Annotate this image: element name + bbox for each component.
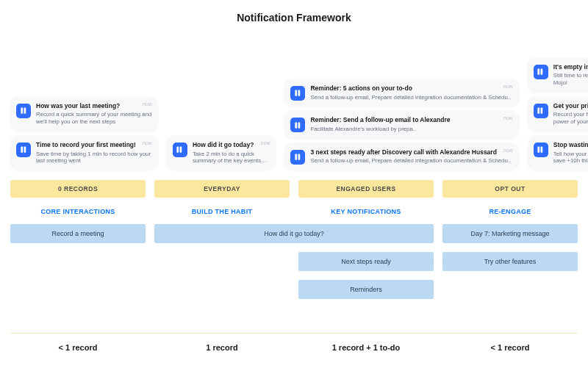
action-record-meeting: Record a meeting: [10, 224, 146, 243]
notification-card: Time to record your first meeting!Save t…: [10, 136, 158, 170]
svg-rect-3: [24, 147, 26, 153]
notification-body: Tell how your meeting went to Mojo and s…: [553, 151, 588, 165]
action-boxes-area: Record a meeting How did it go today? Da…: [0, 224, 588, 305]
notification-time: now: [503, 115, 513, 120]
notification-time: now: [503, 84, 513, 89]
notification-title: Stop wasting time taking notes: [553, 141, 588, 149]
svg-rect-0: [21, 108, 23, 114]
footer-label: < 1 record: [442, 343, 578, 352]
notification-body: Send a follow-up email, Prepare detailed…: [310, 94, 512, 101]
footer-labels-row: < 1 record 1 record 1 record + 1 to-do <…: [0, 343, 588, 352]
app-icon: [534, 65, 548, 79]
svg-rect-6: [295, 90, 297, 96]
svg-rect-8: [295, 122, 297, 128]
svg-rect-5: [180, 147, 182, 153]
svg-rect-7: [298, 90, 300, 96]
svg-rect-10: [295, 154, 297, 160]
category-link: CORE INTERACTIONS: [10, 205, 146, 218]
notification-time: now: [503, 148, 513, 153]
action-next-steps: Next steps ready: [298, 252, 434, 271]
notification-cards-area: How was your last meeting?Record a quick…: [0, 31, 588, 170]
footer-label: < 1 record: [10, 343, 146, 352]
app-icon: [534, 143, 548, 157]
notification-body: Record your first meeting and unleash th…: [553, 111, 588, 125]
svg-rect-17: [541, 147, 543, 153]
notification-card: How did it go today?Take 2 min to do a q…: [167, 136, 276, 170]
category-links-row: CORE INTERACTIONS BUILD THE HABIT KEY NO…: [0, 205, 588, 218]
footer-label: 1 record + 1 to-do: [298, 343, 434, 352]
page-title: Notification Framework: [0, 0, 588, 31]
notification-title: Reminder: 5 actions on your to-do: [310, 84, 512, 93]
stage-labels-row: 0 RECORDS EVERYDAY ENGAGED USERS OPT OUT: [0, 180, 588, 198]
app-icon: [290, 150, 305, 165]
notification-body: Take 2 min to do a quick summary of the …: [193, 151, 270, 165]
svg-rect-2: [21, 147, 23, 153]
stage-chip: ENGAGED USERS: [298, 180, 434, 198]
notification-time: now: [143, 101, 152, 107]
notification-card: Get your priorities straightRecord your …: [528, 97, 588, 132]
svg-rect-11: [298, 154, 300, 160]
app-icon: [290, 118, 305, 132]
app-icon: [16, 104, 31, 118]
notification-card: Stop wasting time taking notesTell how y…: [528, 136, 588, 170]
notification-title: Get your priorities straight: [553, 102, 588, 110]
svg-rect-14: [538, 108, 540, 114]
svg-rect-4: [177, 147, 179, 153]
notification-time: now: [143, 140, 152, 145]
stage-chip: EVERYDAY: [154, 180, 290, 198]
svg-rect-9: [298, 122, 300, 128]
category-link: RE-ENGAGE: [442, 205, 578, 218]
category-link: BUILD THE HABIT: [154, 205, 290, 218]
action-how-did-it-go: How did it go today?: [154, 224, 434, 243]
stage-chip: OPT OUT: [442, 180, 578, 198]
svg-rect-15: [541, 108, 543, 114]
action-day7: Day 7: Marketing message: [442, 224, 578, 243]
notification-title: Time to record your first meeting!: [36, 141, 152, 149]
notification-title: It's empty in here..: [553, 63, 588, 71]
app-icon: [534, 104, 548, 118]
app-icon: [290, 86, 305, 101]
svg-rect-13: [541, 69, 543, 75]
notification-body: Send a follow-up email, Prepare detailed…: [310, 157, 512, 165]
notification-card: How was your last meeting?Record a quick…: [10, 97, 158, 132]
svg-rect-1: [24, 108, 26, 114]
notification-card: 3 next steps ready after Discovery call …: [284, 143, 518, 170]
notification-title: Reminder: Send a follow-up email to Alex…: [310, 116, 512, 124]
notification-card: It's empty in here..Still time to record…: [528, 58, 588, 93]
notification-title: 3 next steps ready after Discovery call …: [310, 148, 512, 156]
category-link: KEY NOTIFICATIONS: [298, 205, 434, 218]
footer-divider: [10, 333, 578, 334]
notification-title: How did it go today?: [193, 141, 270, 149]
svg-rect-12: [538, 69, 540, 75]
notification-body: Save time by taking 1 min to record how …: [36, 151, 152, 165]
action-reminders: Reminders: [298, 280, 434, 299]
notification-body: Facilitate Alexandre's workload by prepa…: [310, 126, 512, 133]
action-try-other: Try other features: [442, 252, 578, 271]
footer-label: 1 record: [154, 343, 290, 352]
notification-card: Reminder: Send a follow-up email to Alex…: [284, 111, 518, 138]
notification-title: How was your last meeting?: [36, 102, 152, 110]
svg-rect-16: [538, 147, 540, 153]
notification-time: now: [261, 140, 270, 145]
notification-card: Reminder: 5 actions on your to-doSend a …: [284, 79, 518, 107]
stage-chip: 0 RECORDS: [10, 180, 146, 198]
app-icon: [16, 143, 31, 157]
notification-body: Record a quick summary of your meeting a…: [36, 111, 152, 125]
notification-body: Still time to record your first meeting …: [553, 72, 588, 86]
app-icon: [173, 143, 187, 157]
